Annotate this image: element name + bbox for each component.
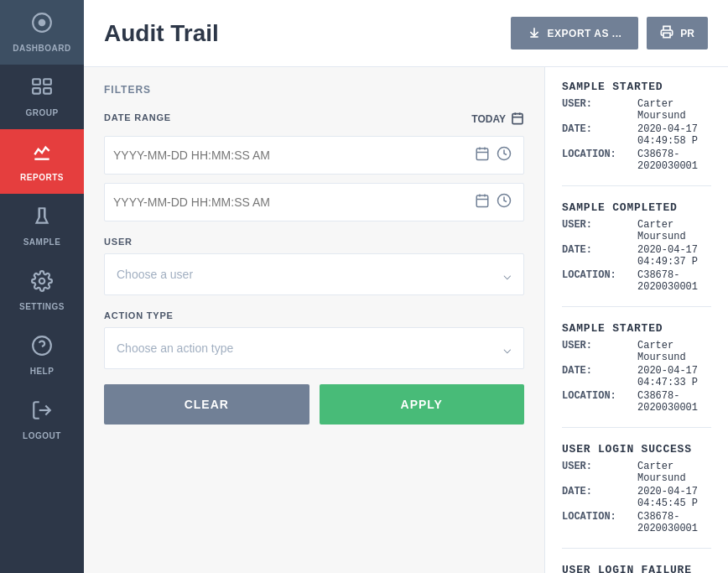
action-type-select[interactable]: Choose an action type ⌵ [104,327,524,369]
svg-rect-3 [44,79,51,85]
audit-entry: USER LOGIN SUCCESSUSER:Carter MoursundDA… [562,443,711,549]
date-start-calendar-button[interactable] [471,143,493,169]
audit-field-value: C38678-2020030001 [637,148,711,172]
sidebar-item-group[interactable]: Group [0,65,84,129]
results-panel: SAMPLE STARTEDUSER:Carter MoursundDATE:2… [545,67,728,573]
audit-field-label: LOCATION: [562,269,637,293]
audit-field-value: C38678-2020030001 [637,269,711,293]
audit-entry-row: DATE:2020-04-17 04:49:58 P [562,123,711,147]
audit-field-label: LOCATION: [562,148,637,172]
audit-entry-row: LOCATION:C38678-2020030001 [562,511,711,534]
svg-point-1 [39,19,46,27]
audit-field-value: Carter Moursund [637,98,711,122]
chevron-down-icon: ⌵ [503,267,512,283]
date-end-time-button[interactable] [493,190,515,216]
topbar-actions: EXPORT AS ... PR [511,17,708,49]
action-type-select-placeholder: Choose an action type [117,341,503,355]
svg-rect-25 [476,195,488,207]
sidebar-item-settings-label: Settings [19,302,65,311]
date-start-input-row [104,136,524,175]
sidebar-item-reports-label: Reports [20,173,64,182]
date-start-input[interactable] [113,148,471,162]
audit-field-value: C38678-2020030001 [637,511,711,534]
print-button[interactable]: PR [647,17,708,49]
audit-field-label: DATE: [562,123,637,147]
sidebar-item-reports[interactable]: Reports [0,129,84,194]
print-icon [660,25,673,41]
date-range-header: DATE RANGE TODAY [104,109,524,129]
audit-entry: SAMPLE STARTEDUSER:Carter MoursundDATE:2… [562,322,711,428]
date-end-input[interactable] [113,195,471,209]
audit-field-value: 2020-04-17 04:47:33 P [637,365,711,388]
sidebar-item-dashboard-label: Dashboard [13,44,71,53]
sidebar-item-sample-label: Sample [23,237,61,247]
sidebar-item-sample[interactable]: Sample [0,194,84,258]
svg-point-9 [39,279,45,284]
audit-field-label: USER: [562,98,637,122]
audit-field-value: C38678-2020030001 [637,390,711,414]
audit-field-label: DATE: [562,365,637,388]
sidebar: Dashboard Group Reports Sample Settings … [0,0,84,573]
audit-field-label: DATE: [562,244,637,268]
sidebar-item-dashboard[interactable]: Dashboard [0,0,84,65]
help-icon [31,335,53,362]
audit-entry-row: LOCATION:C38678-2020030001 [562,269,711,293]
today-button[interactable]: TODAY [471,112,524,128]
audit-entry: SAMPLE STARTEDUSER:Carter MoursundDATE:2… [562,81,711,186]
audit-entry-row: DATE:2020-04-17 04:49:37 P [562,244,711,268]
audit-field-value: Carter Moursund [637,219,711,242]
sidebar-item-group-label: Group [25,108,58,117]
filter-action-buttons: CLEAR APPLY [104,384,524,425]
export-button[interactable]: EXPORT AS ... [511,17,639,49]
svg-rect-4 [33,88,40,94]
export-button-label: EXPORT AS ... [548,28,622,39]
audit-field-label: USER: [562,340,637,363]
reports-icon [31,141,53,168]
sidebar-item-settings[interactable]: Settings [0,258,84,323]
audit-field-label: LOCATION: [562,511,637,534]
dashboard-icon [31,12,53,39]
audit-field-label: USER: [562,461,637,484]
svg-rect-16 [512,113,523,123]
audit-entry-row: USER:Carter Moursund [562,219,711,242]
audit-entry: USER LOGIN FAILUREUSER:Carter MoursundDA… [562,564,711,573]
audit-entry-row: USER:Carter Moursund [562,461,711,484]
audit-entry-row: USER:Carter Moursund [562,340,711,363]
sidebar-item-logout[interactable]: Logout [0,388,84,452]
audit-entry-row: DATE:2020-04-17 04:45:45 P [562,486,711,509]
audit-entry-title: USER LOGIN SUCCESS [562,443,711,456]
group-icon [31,76,53,103]
audit-entry-row: LOCATION:C38678-2020030001 [562,390,711,414]
svg-rect-15 [663,33,670,37]
audit-entry-title: USER LOGIN FAILURE [562,564,711,573]
settings-icon [31,270,53,297]
date-start-time-button[interactable] [493,143,515,169]
audit-field-value: Carter Moursund [637,340,711,363]
export-icon [528,25,541,41]
calendar-small-icon [511,112,524,128]
user-select[interactable]: Choose a user ⌵ [104,253,524,295]
action-type-filter-label: ACTION TYPE [104,310,524,320]
audit-entry-row: USER:Carter Moursund [562,98,711,122]
user-filter-label: USER [104,237,524,247]
sample-icon [31,206,53,232]
clear-button[interactable]: CLEAR [104,384,309,425]
page-title: Audit Trail [104,20,219,47]
print-button-label: PR [680,28,694,39]
date-range-label: DATE RANGE [104,112,171,122]
audit-field-value: 2020-04-17 04:49:37 P [637,244,711,268]
apply-button[interactable]: APPLY [320,384,525,425]
audit-field-value: Carter Moursund [637,461,711,484]
chevron-down-icon-2: ⌵ [503,341,512,357]
logout-icon [31,399,53,426]
date-end-calendar-button[interactable] [471,190,493,216]
sidebar-item-help[interactable]: Help [0,323,84,388]
user-filter-section: USER Choose a user ⌵ [104,237,524,295]
today-button-label: TODAY [471,113,506,125]
svg-rect-5 [44,88,51,94]
user-select-placeholder: Choose a user [117,268,503,281]
audit-entry-row: LOCATION:C38678-2020030001 [562,148,711,172]
svg-rect-2 [33,79,40,85]
audit-field-label: LOCATION: [562,390,637,414]
filters-title: FILTERS [104,84,524,96]
